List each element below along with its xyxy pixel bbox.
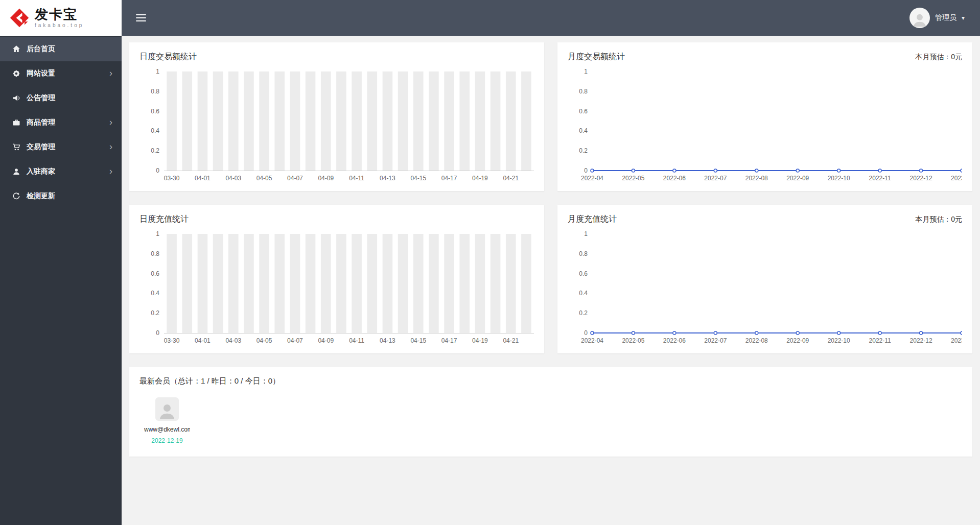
svg-text:0.6: 0.6 [151, 270, 159, 277]
svg-text:0.4: 0.4 [151, 127, 159, 134]
daily-recharge-chart: 00.20.40.60.8103-3004-0104-0304-0504-070… [139, 230, 534, 346]
monthly-estimate-label: 本月预估：0元 [915, 215, 962, 224]
sidebar-item-announcements[interactable]: 公告管理 [0, 86, 122, 110]
svg-text:04-05: 04-05 [256, 175, 272, 182]
svg-text:04-01: 04-01 [195, 175, 211, 182]
user-menu[interactable]: 管理员 ▾ [909, 8, 965, 28]
svg-text:0.8: 0.8 [579, 250, 588, 257]
daily-transactions-chart: 00.20.40.60.8103-3004-0104-0304-0504-070… [139, 67, 534, 184]
brand-logo[interactable]: 发卡宝 fakabao.top [0, 0, 122, 36]
svg-text:2022-07: 2022-07 [704, 175, 727, 182]
svg-text:2023-01: 2023-01 [951, 175, 962, 182]
members-title: 最新会员（总计：1 / 昨日：0 / 今日：0） [139, 376, 280, 386]
svg-text:04-13: 04-13 [380, 175, 395, 182]
sidebar-item-check-update[interactable]: 检测更新 [0, 184, 122, 208]
main-area: 管理员 ▾ 日度交易额统计 00.20.40.60.8103-3004-0104… [122, 0, 980, 525]
brand-name: 发卡宝 [35, 8, 84, 21]
card-monthly-recharge: 月度充值统计 本月预估：0元 00.20.40.60.812022-042022… [557, 205, 972, 353]
brand-text: 发卡宝 fakabao.top [35, 8, 84, 29]
avatar [909, 8, 930, 28]
sidebar-item-label: 交易管理 [27, 142, 109, 152]
svg-text:04-05: 04-05 [256, 337, 272, 344]
monthly-transactions-chart: 00.20.40.60.812022-042022-052022-062022-… [568, 67, 962, 184]
svg-text:04-13: 04-13 [380, 337, 395, 344]
svg-text:0.2: 0.2 [579, 147, 588, 154]
svg-text:04-15: 04-15 [410, 337, 426, 344]
cart-icon [12, 143, 20, 151]
svg-text:0.6: 0.6 [579, 108, 588, 115]
menu-toggle-icon[interactable] [135, 11, 147, 25]
svg-text:1: 1 [584, 230, 588, 237]
sidebar-item-transactions[interactable]: 交易管理 › [0, 135, 122, 159]
svg-text:04-21: 04-21 [503, 175, 519, 182]
home-icon [12, 45, 20, 53]
svg-text:2022-12: 2022-12 [910, 337, 932, 344]
svg-text:2022-11: 2022-11 [869, 337, 891, 344]
svg-text:0: 0 [584, 329, 588, 337]
svg-text:04-19: 04-19 [472, 175, 488, 182]
members-list: www@dkewl.com 2022-12-19 [139, 397, 962, 444]
gear-icon [12, 69, 20, 78]
sidebar-item-site-settings[interactable]: 网站设置 › [0, 61, 122, 86]
card-daily-transactions: 日度交易额统计 00.20.40.60.8103-3004-0104-0304-… [129, 42, 544, 191]
svg-text:2022-07: 2022-07 [704, 337, 727, 344]
svg-text:0.2: 0.2 [151, 147, 159, 154]
svg-text:04-07: 04-07 [287, 337, 303, 344]
svg-text:04-17: 04-17 [441, 337, 457, 344]
chevron-right-icon: › [109, 68, 112, 78]
sidebar-item-label: 商品管理 [27, 118, 109, 127]
svg-text:03-30: 03-30 [164, 175, 180, 182]
svg-text:04-01: 04-01 [195, 337, 211, 344]
sidebar-item-home[interactable]: 后台首页 [0, 37, 122, 61]
sidebar-menu: 后台首页 网站设置 › 公告管理 商品管理 › [0, 36, 122, 208]
svg-text:2022-06: 2022-06 [663, 337, 686, 344]
card-monthly-transactions: 月度交易额统计 本月预估：0元 00.20.40.60.812022-04202… [557, 42, 972, 191]
svg-text:2022-10: 2022-10 [828, 337, 850, 344]
svg-text:04-03: 04-03 [225, 337, 241, 344]
svg-text:0: 0 [156, 167, 159, 174]
svg-text:1: 1 [156, 68, 159, 75]
member-email: www@dkewl.com [144, 426, 190, 433]
chevron-right-icon: › [109, 166, 112, 176]
sidebar-item-products[interactable]: 商品管理 › [0, 110, 122, 135]
chart-title: 月度交易额统计 [568, 52, 625, 62]
user-icon [12, 168, 20, 176]
svg-text:0.8: 0.8 [151, 250, 159, 257]
brand-logo-icon [9, 8, 30, 28]
sidebar-item-merchants[interactable]: 入驻商家 › [0, 159, 122, 184]
svg-text:2022-12: 2022-12 [910, 175, 932, 182]
sidebar-item-label: 检测更新 [27, 192, 112, 201]
chevron-right-icon: › [109, 117, 112, 127]
chart-title: 日度充值统计 [139, 214, 189, 225]
announcement-icon [12, 94, 20, 102]
svg-text:04-19: 04-19 [472, 337, 488, 344]
svg-text:2023-01: 2023-01 [951, 337, 962, 344]
svg-text:04-11: 04-11 [349, 337, 364, 344]
svg-text:2022-05: 2022-05 [622, 337, 644, 344]
svg-text:0.4: 0.4 [579, 127, 588, 134]
svg-text:0.2: 0.2 [579, 309, 588, 317]
svg-text:04-15: 04-15 [410, 175, 426, 182]
sidebar-item-label: 公告管理 [27, 93, 112, 103]
chevron-down-icon: ▾ [962, 14, 965, 21]
content: 日度交易额统计 00.20.40.60.8103-3004-0104-0304-… [122, 36, 980, 525]
svg-text:2022-11: 2022-11 [869, 175, 891, 182]
svg-text:04-03: 04-03 [225, 175, 241, 182]
svg-text:2022-05: 2022-05 [622, 175, 644, 182]
svg-text:0.6: 0.6 [151, 108, 159, 115]
svg-text:04-11: 04-11 [349, 175, 364, 182]
svg-text:2022-06: 2022-06 [663, 175, 686, 182]
svg-text:0.8: 0.8 [151, 88, 159, 95]
chart-title: 日度交易额统计 [139, 52, 197, 62]
svg-text:0.2: 0.2 [151, 309, 159, 317]
svg-text:0: 0 [584, 167, 588, 174]
svg-text:1: 1 [584, 68, 588, 75]
topbar: 管理员 ▾ [122, 0, 980, 36]
sidebar: 发卡宝 fakabao.top 后台首页 网站设置 › [0, 0, 122, 525]
sidebar-item-label: 网站设置 [27, 69, 109, 78]
member-item[interactable]: www@dkewl.com 2022-12-19 [144, 397, 191, 444]
svg-text:2022-09: 2022-09 [786, 175, 809, 182]
svg-text:0.8: 0.8 [579, 88, 588, 95]
svg-text:2022-08: 2022-08 [745, 175, 768, 182]
svg-text:04-09: 04-09 [318, 175, 334, 182]
